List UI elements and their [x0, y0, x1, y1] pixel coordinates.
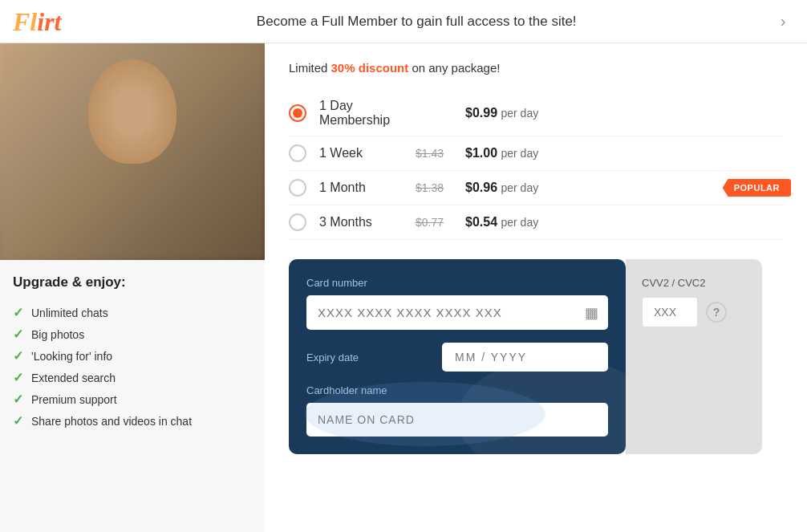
header: Flirt Become a Full Member to gain full … [0, 0, 807, 43]
discount-text-before: Limited [289, 61, 331, 75]
expiry-row: Expiry date [306, 343, 608, 372]
feature-label: Share photos and videos in chat [31, 415, 192, 428]
main-content: Upgrade & enjoy: ✓ Unlimited chats ✓ Big… [0, 43, 807, 532]
check-icon: ✓ [13, 327, 23, 342]
membership-options: 1 Day Membership $0.99 per day 1 Week $1… [289, 91, 783, 240]
card-number-wrapper: ▦ [306, 295, 608, 330]
cvv-label: CVV2 / CVC2 [642, 277, 746, 289]
expiry-input[interactable] [442, 343, 608, 372]
cvv-input[interactable] [642, 297, 698, 327]
payment-section: Card number ▦ Expiry date Cardholder nam… [289, 259, 783, 454]
avatar-container [0, 43, 265, 260]
membership-label-3months: 3 Months [319, 215, 416, 229]
feature-unlimited-chats: ✓ Unlimited chats [13, 302, 252, 323]
left-panel: Upgrade & enjoy: ✓ Unlimited chats ✓ Big… [0, 43, 265, 532]
current-price-1day: $0.99 per day [465, 106, 538, 120]
original-price-1month: $1.38 [416, 181, 456, 194]
discount-banner: Limited 30% discount on any package! [289, 61, 783, 75]
upgrade-title: Upgrade & enjoy: [13, 274, 252, 290]
cvv-row: ? [642, 297, 746, 327]
check-icon: ✓ [13, 370, 23, 385]
radio-3months[interactable] [289, 213, 306, 231]
check-icon: ✓ [13, 348, 23, 363]
cardholder-label: Cardholder name [306, 384, 608, 396]
check-icon: ✓ [13, 413, 23, 428]
membership-row-1day[interactable]: 1 Day Membership $0.99 per day [289, 91, 783, 136]
close-button[interactable]: › [772, 10, 794, 33]
avatar [0, 43, 265, 260]
current-price-1week: $1.00 per day [465, 146, 538, 160]
feature-label: 'Looking for' info [31, 350, 112, 363]
feature-premium-support: ✓ Premium support [13, 388, 252, 410]
feature-label: Unlimited chats [31, 307, 108, 319]
radio-1week[interactable] [289, 144, 306, 162]
membership-label-1week: 1 Week [319, 146, 416, 160]
card-chip-icon: ▦ [585, 304, 598, 322]
current-price-3months: $0.54 per day [465, 215, 538, 229]
card-and-cvv: Card number ▦ Expiry date Cardholder nam… [289, 259, 783, 454]
membership-row-3months[interactable]: 3 Months $0.77 $0.54 per day [289, 205, 783, 240]
discount-text-after: on any package! [408, 61, 500, 75]
check-icon: ✓ [13, 392, 23, 407]
cardholder-input[interactable] [306, 403, 608, 437]
upgrade-section: Upgrade & enjoy: ✓ Unlimited chats ✓ Big… [0, 260, 265, 441]
check-icon: ✓ [13, 305, 23, 320]
right-panel: Limited 30% discount on any package! 1 D… [265, 43, 807, 532]
discount-percent: 30% discount [331, 61, 409, 75]
cvv-help-icon[interactable]: ? [706, 302, 727, 323]
radio-1day[interactable] [289, 104, 306, 122]
radio-1month[interactable] [289, 179, 306, 197]
membership-row-1month[interactable]: 1 Month $1.38 $0.96 per day POPULAR [289, 171, 783, 205]
feature-share-photos: ✓ Share photos and videos in chat [13, 410, 252, 432]
card-number-input[interactable] [306, 295, 608, 330]
membership-row-1week[interactable]: 1 Week $1.43 $1.00 per day [289, 136, 783, 171]
header-title: Become a Full Member to gain full access… [61, 14, 772, 30]
feature-label: Premium support [31, 393, 117, 406]
popular-badge: POPULAR [723, 179, 791, 197]
feature-label: Extended search [31, 372, 116, 384]
feature-big-photos: ✓ Big photos [13, 323, 252, 345]
original-price-3months: $0.77 [416, 216, 456, 229]
logo: Flirt [13, 9, 61, 35]
feature-label: Big photos [31, 328, 84, 341]
feature-extended-search: ✓ Extended search [13, 367, 252, 388]
feature-looking-for: ✓ 'Looking for' info [13, 345, 252, 367]
original-price-1week: $1.43 [416, 147, 456, 160]
membership-label-1day: 1 Day Membership [319, 99, 416, 128]
cvv-panel: CVV2 / CVC2 ? [626, 259, 762, 454]
feature-list: ✓ Unlimited chats ✓ Big photos ✓ 'Lookin… [13, 302, 252, 432]
current-price-1month: $0.96 per day [465, 181, 538, 195]
card-form: Card number ▦ Expiry date Cardholder nam… [289, 259, 626, 454]
expiry-label: Expiry date [306, 351, 359, 363]
card-number-label: Card number [306, 277, 608, 289]
membership-label-1month: 1 Month [319, 181, 416, 195]
